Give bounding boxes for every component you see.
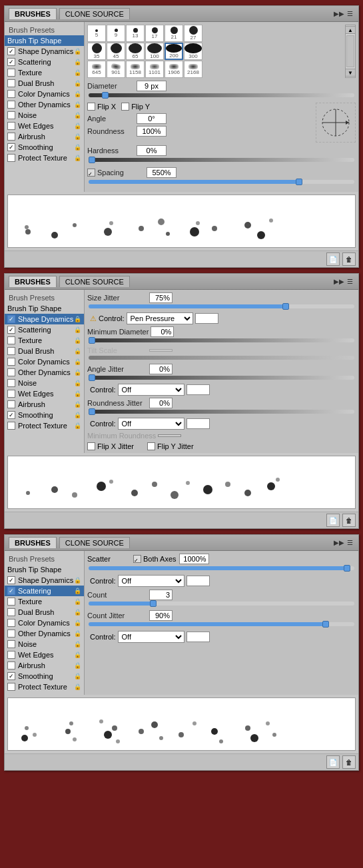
- tab-clone-source-3[interactable]: CLONE SOURCE: [59, 537, 130, 548]
- sidebar-item-texture-1[interactable]: Texture 🔒: [5, 67, 84, 78]
- angle-value[interactable]: 0°: [137, 113, 167, 124]
- forward-icon-1[interactable]: ▶▶: [334, 9, 344, 19]
- size-jitter-value[interactable]: 75%: [149, 292, 173, 303]
- checkbox-dual-brush-1[interactable]: [7, 79, 15, 87]
- count-jitter-value[interactable]: 90%: [149, 610, 173, 621]
- checkbox-scattering-1[interactable]: [7, 58, 15, 66]
- sidebar-item-shape-dynamics-1[interactable]: Shape Dynamics 🔒: [5, 46, 84, 57]
- roundness-jitter-value[interactable]: 0%: [149, 398, 173, 408]
- sidebar-item-other-dynamics-1[interactable]: Other Dynamics 🔒: [5, 99, 84, 110]
- tip-cell-901[interactable]: 901: [107, 61, 125, 78]
- tip-cell-9[interactable]: 9: [107, 25, 125, 42]
- checkbox-shape-dyn-2[interactable]: [7, 315, 15, 323]
- both-axes-checkbox[interactable]: ✓: [133, 555, 141, 563]
- checkbox-other-dynamics-1[interactable]: [7, 101, 15, 109]
- hardness-slider[interactable]: [89, 158, 354, 162]
- sidebar-item-wet-2[interactable]: Wet Edges 🔒: [5, 388, 84, 399]
- create-new-brush-icon-2[interactable]: 📄: [326, 514, 340, 527]
- sidebar-item-smoothing-3[interactable]: Smoothing 🔒: [5, 671, 84, 681]
- sidebar-item-dual-brush-1[interactable]: Dual Brush 🔒: [5, 78, 84, 89]
- angle-control-value-box[interactable]: [186, 384, 210, 395]
- spacing-checkbox[interactable]: ✓: [87, 169, 95, 177]
- sidebar-item-scattering-2[interactable]: Scattering 🔒: [5, 324, 84, 335]
- tip-cell-5[interactable]: 5: [87, 25, 106, 42]
- sidebar-item-shape-dynamics-2[interactable]: Shape Dynamics 🔒: [5, 314, 84, 324]
- tip-cell-1158[interactable]: 1158: [126, 61, 145, 78]
- checkbox-protect-texture-1[interactable]: [7, 154, 15, 162]
- checkbox-airbrush-2[interactable]: [7, 400, 15, 408]
- checkbox-other-2[interactable]: [7, 368, 15, 376]
- diameter-value[interactable]: 9 px: [137, 81, 167, 91]
- angle-jitter-slider[interactable]: [89, 376, 354, 380]
- forward-icon-2[interactable]: ▶▶: [334, 277, 344, 286]
- angle-jitter-value[interactable]: 0%: [149, 364, 173, 374]
- sidebar-item-color-3[interactable]: Color Dynamics 🔒: [5, 618, 84, 628]
- tip-cell-300[interactable]: 300: [184, 43, 202, 60]
- count-jitter-slider[interactable]: [89, 622, 354, 626]
- delete-brush-icon-2[interactable]: 🗑: [342, 514, 356, 527]
- sidebar-item-dual-3[interactable]: Dual Brush 🔒: [5, 607, 84, 618]
- tip-cell-27[interactable]: 27: [184, 25, 202, 42]
- count-jitter-control-value-box[interactable]: [186, 632, 210, 642]
- tip-cell-45[interactable]: 45: [107, 43, 125, 60]
- checkbox-smoothing-2[interactable]: [7, 411, 15, 419]
- checkbox-noise-2[interactable]: [7, 379, 15, 387]
- tip-cell-2168[interactable]: 2168: [184, 61, 202, 78]
- checkbox-wet-3[interactable]: [7, 651, 15, 659]
- count-jitter-control-select[interactable]: Off Pen Pressure: [118, 631, 184, 643]
- sidebar-item-smoothing-1[interactable]: Smoothing 🔒: [5, 142, 84, 153]
- tip-cell-645[interactable]: 645: [87, 61, 106, 78]
- checkbox-texture-2[interactable]: [7, 336, 15, 344]
- checkbox-noise-1[interactable]: [7, 111, 15, 119]
- size-control-value-box[interactable]: [195, 313, 218, 324]
- count-value[interactable]: 3: [149, 590, 173, 600]
- create-new-brush-icon-3[interactable]: 📄: [326, 755, 340, 769]
- sidebar-item-protect-2[interactable]: Protect Texture 🔒: [5, 420, 84, 431]
- checkbox-shape-dynamics-1[interactable]: [7, 47, 15, 55]
- sidebar-item-other-3[interactable]: Other Dynamics 🔒: [5, 628, 84, 639]
- sidebar-item-color-2[interactable]: Color Dynamics 🔒: [5, 356, 84, 367]
- scatter-control-value-box[interactable]: [186, 576, 210, 586]
- menu-icon-3[interactable]: ☰: [345, 538, 354, 548]
- checkbox-smoothing-1[interactable]: [7, 143, 15, 151]
- checkbox-texture-1[interactable]: [7, 69, 15, 77]
- checkbox-dual-3[interactable]: [7, 608, 15, 616]
- checkbox-scatter-3[interactable]: [7, 587, 15, 595]
- count-slider[interactable]: [89, 602, 354, 606]
- delete-brush-icon[interactable]: 🗑: [342, 252, 356, 266]
- forward-icon-3[interactable]: ▶▶: [334, 538, 344, 548]
- checkbox-wet-2[interactable]: [7, 390, 15, 398]
- tab-brushes-1[interactable]: BRUSHES: [9, 8, 57, 19]
- tab-clone-source-2[interactable]: CLONE SOURCE: [59, 276, 130, 287]
- menu-icon-1[interactable]: ☰: [345, 9, 354, 19]
- sidebar-item-dual-2[interactable]: Dual Brush 🔒: [5, 346, 84, 356]
- tab-brushes-2[interactable]: BRUSHES: [9, 276, 57, 287]
- flip-y-checkbox[interactable]: [121, 103, 129, 111]
- checkbox-scatter-2[interactable]: [7, 326, 15, 334]
- sidebar-item-other-2[interactable]: Other Dynamics 🔒: [5, 367, 84, 378]
- sidebar-item-airbrush-1[interactable]: Airbrush 🔒: [5, 131, 84, 142]
- checkbox-airbrush-3[interactable]: [7, 661, 15, 669]
- tip-cell-1906[interactable]: 1906: [165, 61, 183, 78]
- create-new-brush-icon[interactable]: 📄: [326, 252, 340, 266]
- checkbox-texture-3[interactable]: [7, 598, 15, 606]
- checkbox-noise-3[interactable]: [7, 640, 15, 648]
- sidebar-item-noise-2[interactable]: Noise 🔒: [5, 378, 84, 388]
- checkbox-protect-2[interactable]: [7, 422, 15, 430]
- flip-x-jitter-checkbox[interactable]: [87, 442, 95, 450]
- scatter-control-select[interactable]: Off Pen Pressure: [118, 575, 184, 587]
- sidebar-item-wet-edges-1[interactable]: Wet Edges 🔒: [5, 121, 84, 131]
- checkbox-other-3[interactable]: [7, 630, 15, 638]
- flip-x-checkbox[interactable]: [87, 103, 95, 111]
- tip-cell-200[interactable]: 200: [165, 43, 183, 60]
- checkbox-protect-3[interactable]: [7, 683, 15, 691]
- sidebar-item-smoothing-2[interactable]: Smoothing 🔒: [5, 410, 84, 420]
- checkbox-dual-2[interactable]: [7, 347, 15, 355]
- min-diameter-value[interactable]: 0%: [151, 326, 174, 337]
- checkbox-smoothing-3[interactable]: [7, 672, 15, 680]
- spacing-slider[interactable]: [89, 180, 354, 184]
- checkbox-airbrush-1[interactable]: [7, 133, 15, 141]
- scroll-up-1[interactable]: ▲: [345, 26, 356, 34]
- scroll-down-1[interactable]: ▼: [345, 69, 356, 77]
- sidebar-item-protect-3[interactable]: Protect Texture 🔒: [5, 681, 84, 692]
